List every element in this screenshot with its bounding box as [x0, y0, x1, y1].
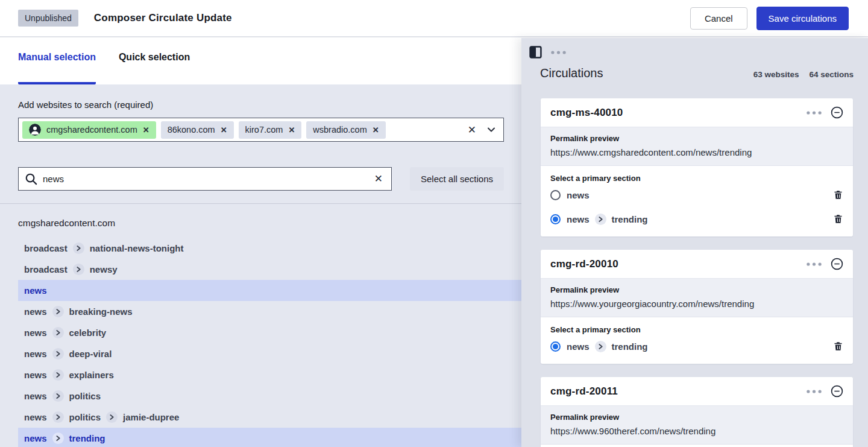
permalink-preview-label: Permalink preview — [550, 134, 843, 143]
section-path-segment: newsy — [90, 264, 118, 274]
drawer-kebab-menu-icon[interactable] — [551, 51, 566, 54]
primary-section-block: Select a primary section news news trend… — [541, 166, 853, 236]
chevron-right-icon — [52, 411, 64, 423]
website-tag-label: wsbradio.com — [313, 125, 366, 135]
section-path-segment: news — [567, 190, 590, 200]
section-path-segment: news — [24, 412, 47, 422]
primary-section-option: news — [550, 183, 843, 207]
website-tag[interactable]: wsbradio.com ✕ — [306, 121, 385, 139]
websites-multiselect[interactable]: cmgsharedcontent.com ✕ 86kono.com ✕ kiro… — [18, 118, 504, 142]
primary-section-path: news — [567, 190, 590, 200]
chevron-right-icon — [106, 411, 118, 423]
remove-circulation-icon[interactable] — [831, 106, 843, 119]
website-tag-label: cmgsharedcontent.com — [46, 125, 137, 135]
status-badge: Unpublished — [18, 10, 78, 27]
primary-section-radio[interactable] — [550, 214, 561, 224]
chevron-right-icon — [52, 369, 64, 381]
circulation-card-header: cmg-rd-20010 — [541, 250, 853, 279]
section-search-input[interactable] — [43, 174, 370, 184]
search-icon — [24, 172, 38, 186]
section-path-segment: trending — [69, 433, 105, 443]
primary-section-radio[interactable] — [550, 341, 561, 352]
section-path-segment: deep-viral — [69, 349, 112, 359]
section-path-segment: news — [24, 391, 47, 401]
cancel-button[interactable]: Cancel — [690, 7, 747, 30]
website-tag-label: 86kono.com — [168, 125, 215, 135]
delete-section-icon[interactable] — [833, 214, 843, 224]
primary-section-option: news trending — [550, 334, 843, 358]
circulation-name: cmg-ms-40010 — [550, 107, 623, 119]
primary-section-label: Select a primary section — [550, 174, 843, 183]
chevron-right-icon — [52, 390, 64, 402]
permalink-url: https://www.cmgsharedcontent.com/news/tr… — [550, 147, 843, 157]
website-tag[interactable]: 86kono.com ✕ — [161, 121, 234, 139]
section-path-segment: national-news-tonight — [90, 243, 184, 253]
remove-website-icon[interactable]: ✕ — [373, 125, 379, 135]
tab-manual-selection[interactable]: Manual selection — [18, 52, 96, 84]
card-kebab-menu-icon[interactable] — [807, 111, 822, 115]
circulation-name: cmg-rd-20011 — [550, 385, 618, 398]
panel-toggle-icon[interactable] — [529, 46, 542, 59]
remove-website-icon[interactable]: ✕ — [221, 125, 227, 135]
circulation-card: cmg-ms-40010 Permalink preview https://w… — [541, 98, 853, 236]
drawer-title: Circulations — [540, 66, 603, 80]
section-path-segment: news — [24, 370, 47, 380]
card-kebab-menu-icon[interactable] — [807, 390, 822, 393]
section-path-segment: politics — [69, 412, 101, 422]
section-path-segment: broadcast — [24, 264, 68, 274]
circulations-drawer: Circulations 63 websites 64 sections cmg… — [521, 38, 868, 447]
select-all-sections-button[interactable]: Select all sections — [410, 167, 504, 191]
section-path-segment: explainers — [69, 370, 114, 380]
primary-section-block: Select a primary section — [541, 445, 853, 447]
section-path-segment: news — [24, 433, 47, 443]
circulation-name: cmg-rd-20010 — [550, 258, 618, 270]
top-bar: Unpublished Composer Circulate Update Ca… — [0, 0, 868, 37]
delete-section-icon[interactable] — [833, 189, 843, 200]
section-path-segment: breaking-news — [69, 306, 133, 317]
chevron-down-icon[interactable] — [486, 125, 496, 135]
chevron-right-icon — [595, 341, 606, 352]
save-circulations-button[interactable]: Save circulations — [756, 7, 849, 30]
circulation-card: cmg-rd-20010 Permalink preview https://w… — [541, 250, 853, 364]
site-name: cmgsharedcontent.com — [18, 218, 115, 229]
chevron-right-icon — [595, 214, 606, 225]
section-path-segment: jamie-dupree — [123, 412, 179, 422]
website-tag[interactable]: kiro7.com ✕ — [239, 121, 302, 139]
primary-section-radio[interactable] — [550, 190, 561, 200]
chevron-right-icon — [52, 348, 64, 360]
tab-quick-selection[interactable]: Quick selection — [119, 52, 190, 84]
website-tag[interactable]: cmgsharedcontent.com ✕ — [22, 121, 156, 139]
circulation-card-header: cmg-ms-40010 — [541, 98, 853, 127]
circulation-card: cmg-rd-20011 Permalink preview https://w… — [541, 377, 853, 447]
section-path-segment: news — [24, 285, 47, 296]
section-path-segment: trending — [612, 341, 648, 352]
primary-section-block: Select a primary section news trending — [541, 317, 853, 364]
permalink-url: https://www.yourgeorgiacountry.com/news/… — [550, 299, 843, 309]
primary-section-label: Select a primary section — [550, 325, 843, 334]
section-path-segment: news — [567, 214, 590, 224]
chevron-right-icon — [52, 306, 64, 317]
remove-circulation-icon[interactable] — [831, 258, 843, 270]
circulation-card-header: cmg-rd-20011 — [541, 377, 853, 406]
section-path-segment: broadcast — [24, 243, 68, 253]
section-path-segment: news — [24, 328, 47, 338]
clear-websites-icon[interactable]: ✕ — [468, 125, 476, 135]
permalink-preview-block: Permalink preview https://www.cmgsharedc… — [541, 127, 853, 166]
chevron-right-icon — [52, 433, 64, 444]
drawer-sections-count: 64 sections — [809, 70, 854, 79]
delete-section-icon[interactable] — [833, 341, 843, 352]
section-search-box[interactable]: ✕ — [18, 167, 392, 191]
card-kebab-menu-icon[interactable] — [807, 262, 822, 266]
website-tag-label: kiro7.com — [245, 125, 283, 135]
clear-search-icon[interactable]: ✕ — [374, 174, 383, 184]
permalink-preview-block: Permalink preview https://www.yourgeorgi… — [541, 279, 853, 317]
chevron-right-icon — [73, 243, 84, 254]
page-title: Composer Circulate Update — [94, 12, 232, 24]
remove-website-icon[interactable]: ✕ — [143, 125, 149, 135]
circulation-cards: cmg-ms-40010 Permalink preview https://w… — [541, 98, 853, 447]
remove-website-icon[interactable]: ✕ — [288, 125, 295, 135]
chevron-right-icon — [73, 264, 84, 275]
remove-circulation-icon[interactable] — [831, 385, 843, 398]
section-path-segment: news — [24, 349, 47, 359]
drawer-websites-count: 63 websites — [753, 70, 799, 79]
